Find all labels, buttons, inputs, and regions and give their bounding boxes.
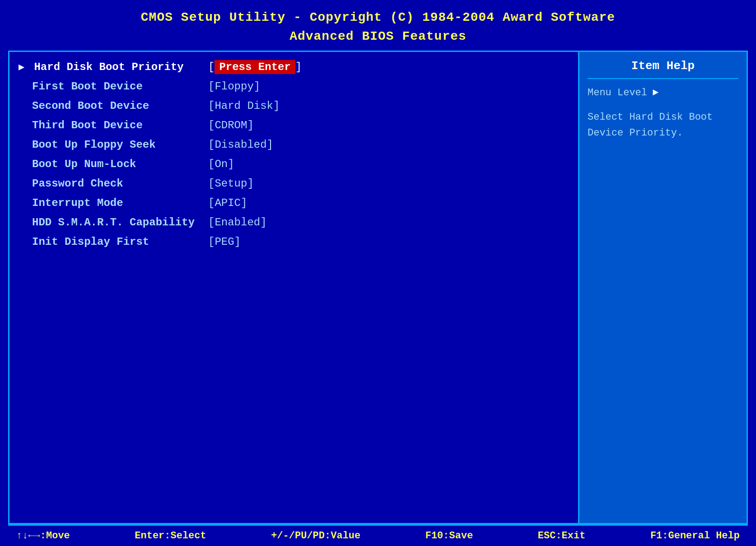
bios-menu-value-9: [PEG]	[208, 236, 241, 248]
title-bar: CMOS Setup Utility - Copyright (C) 1984-…	[0, 0, 756, 51]
bios-menu-item-3[interactable]: Third Boot Device[CDROM]	[9, 116, 578, 135]
menu-level-label: Menu Level	[588, 87, 647, 98]
bios-menu-value-1: [Floppy]	[208, 80, 260, 93]
bios-menu-item-8[interactable]: HDD S.M.A.R.T. Capability[Enabled]	[9, 213, 578, 232]
left-panel: ▶ Hard Disk Boot Priority[Press Enter]Fi…	[9, 52, 579, 523]
bios-screen: CMOS Setup Utility - Copyright (C) 1984-…	[0, 0, 756, 546]
bios-menu-label-9: Init Display First	[19, 236, 208, 248]
bios-menu-label-2: Second Boot Device	[19, 100, 208, 112]
bottom-enter: Enter:Select	[135, 530, 206, 541]
bios-menu-item-1[interactable]: First Boot Device[Floppy]	[9, 77, 578, 96]
bios-menu-value-2: [Hard Disk]	[208, 100, 280, 112]
bios-menu-value-5: [On]	[208, 158, 234, 170]
bios-menu-item-4[interactable]: Boot Up Floppy Seek[Disabled]	[9, 135, 578, 154]
bios-menu-value-7: [APIC]	[208, 197, 247, 209]
arrow-right-icon: ►	[653, 87, 658, 98]
bios-menu-item-6[interactable]: Password Check[Setup]	[9, 174, 578, 193]
arrow-icon-0: ▶	[19, 62, 30, 73]
bios-menu-item-0[interactable]: ▶ Hard Disk Boot Priority[Press Enter]	[9, 57, 578, 77]
bios-menu-label-3: Third Boot Device	[19, 119, 208, 131]
bios-menu-label-8: HDD S.M.A.R.T. Capability	[19, 216, 208, 229]
bios-menu-label-7: Interrupt Mode	[19, 197, 208, 209]
bios-menu-item-7[interactable]: Interrupt Mode[APIC]	[9, 193, 578, 213]
bios-menu-value-0: [Press Enter]	[208, 61, 302, 73]
main-area: ▶ Hard Disk Boot Priority[Press Enter]Fi…	[8, 51, 748, 524]
bios-menu-value-4: [Disabled]	[208, 139, 273, 151]
press-enter-badge: Press Enter	[215, 60, 295, 74]
bios-menu-value-3: [CDROM]	[208, 119, 254, 131]
bios-menu-item-5[interactable]: Boot Up Num-Lock[On]	[9, 154, 578, 174]
title-line2: Advanced BIOS Features	[0, 27, 756, 46]
bios-menu-item-9[interactable]: Init Display First[PEG]	[9, 232, 578, 252]
bios-menu-label-5: Boot Up Num-Lock	[19, 158, 208, 170]
bios-menu-value-8: [Enabled]	[208, 216, 267, 229]
title-line1: CMOS Setup Utility - Copyright (C) 1984-…	[0, 8, 756, 27]
bios-menu-value-6: [Setup]	[208, 177, 254, 190]
bios-menu-item-2[interactable]: Second Boot Device[Hard Disk]	[9, 96, 578, 116]
bottom-move: ↑↓←→:Move	[16, 530, 70, 541]
bios-menu-label-6: Password Check	[19, 177, 208, 190]
menu-level-row: Menu Level ►	[588, 87, 738, 98]
bottom-save: F10:Save	[425, 530, 473, 541]
bios-menu-label-1: First Boot Device	[19, 80, 208, 93]
bottom-exit: ESC:Exit	[538, 530, 586, 541]
bios-menu-label-4: Boot Up Floppy Seek	[19, 139, 208, 151]
bottom-bar: ↑↓←→:Move Enter:Select +/-/PU/PD:Value F…	[8, 524, 748, 546]
bios-menu-label-0: ▶ Hard Disk Boot Priority	[19, 61, 208, 73]
bottom-value: +/-/PU/PD:Value	[271, 530, 360, 541]
right-panel: Item Help Menu Level ► Select Hard Disk …	[579, 52, 747, 523]
bottom-help: F1:General Help	[650, 530, 740, 541]
help-text: Select Hard Disk Boot Device Priority.	[588, 109, 738, 141]
item-help-title: Item Help	[588, 59, 738, 79]
